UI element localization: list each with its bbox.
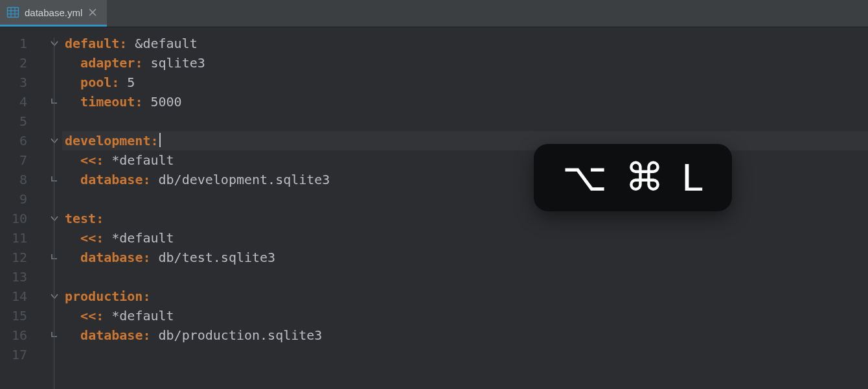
line-number: 1 — [0, 34, 34, 53]
keyboard-shortcut-overlay: ⌥ ⌘ L — [534, 144, 732, 211]
tab-database-yml[interactable]: database.yml — [0, 0, 107, 27]
fold-open-icon[interactable] — [51, 40, 58, 47]
code-line[interactable]: production: — [62, 287, 868, 306]
code-line[interactable]: database: db/development.sqlite3 — [62, 170, 868, 189]
yaml-value: &default — [127, 36, 197, 51]
fold-row — [34, 170, 62, 189]
code-line[interactable]: <<: *default — [62, 150, 868, 170]
line-number: 15 — [0, 306, 34, 325]
yaml-value: db/production.sqlite3 — [150, 327, 322, 343]
fold-row — [34, 228, 62, 248]
fold-open-icon[interactable] — [51, 215, 58, 222]
line-number: 13 — [0, 267, 34, 287]
code-line[interactable]: database: db/test.sqlite3 — [62, 248, 868, 267]
code-line[interactable]: <<: *default — [62, 228, 868, 248]
option-key-icon: ⌥ — [562, 158, 607, 197]
fold-row — [34, 345, 62, 364]
code-line[interactable] — [62, 267, 868, 287]
code-line[interactable]: <<: *default — [62, 306, 868, 325]
line-number: 3 — [0, 73, 34, 92]
yaml-key: database: — [80, 172, 150, 187]
fold-end-icon — [51, 331, 58, 339]
code-line[interactable]: database: db/production.sqlite3 — [62, 325, 868, 345]
fold-row — [34, 306, 62, 325]
fold-row — [34, 150, 62, 170]
command-key-icon: ⌘ — [625, 158, 664, 197]
line-number: 11 — [0, 228, 34, 248]
fold-end-icon — [51, 253, 58, 261]
fold-open-icon[interactable] — [51, 137, 58, 145]
fold-row — [34, 34, 62, 53]
letter-key-L: L — [682, 158, 703, 197]
fold-row — [34, 131, 62, 150]
fold-end-icon — [51, 176, 58, 183]
code-line[interactable] — [62, 345, 868, 364]
close-icon[interactable] — [87, 7, 98, 18]
yaml-value: *default — [104, 308, 174, 324]
code-line[interactable]: development: — [62, 131, 868, 150]
code-area[interactable]: default: &default adapter: sqlite3 pool:… — [62, 27, 868, 389]
yaml-value: 5 — [119, 75, 135, 90]
table-icon — [6, 6, 19, 19]
yaml-key: test: — [65, 211, 104, 226]
fold-open-icon[interactable] — [51, 292, 58, 300]
yaml-key: <<: — [80, 230, 104, 246]
line-number: 17 — [0, 345, 34, 364]
fold-row — [34, 92, 62, 112]
yaml-key: <<: — [80, 152, 104, 168]
yaml-value: *default — [104, 152, 174, 168]
yaml-key: timeout: — [80, 94, 143, 110]
yaml-key: default: — [65, 36, 127, 51]
line-number: 9 — [0, 189, 34, 209]
fold-row — [34, 267, 62, 287]
yaml-key: database: — [80, 327, 150, 343]
line-number: 10 — [0, 209, 34, 228]
fold-gutter — [34, 27, 62, 389]
fold-row — [34, 112, 62, 131]
text-caret — [159, 133, 161, 147]
yaml-key: adapter: — [80, 55, 143, 71]
code-line[interactable] — [62, 112, 868, 131]
fold-row — [34, 248, 62, 267]
line-number: 5 — [0, 112, 34, 131]
yaml-value: sqlite3 — [143, 55, 205, 71]
svg-rect-0 — [8, 8, 19, 18]
yaml-key: production: — [65, 289, 150, 304]
yaml-key: development: — [65, 133, 159, 148]
line-number: 16 — [0, 325, 34, 345]
fold-end-icon — [51, 98, 58, 106]
code-line[interactable]: test: — [62, 209, 868, 228]
code-line[interactable]: default: &default — [62, 34, 868, 53]
line-number-gutter: 1234567891011121314151617 — [0, 27, 34, 389]
tab-bar: database.yml — [0, 0, 868, 27]
fold-row — [34, 189, 62, 209]
line-number: 14 — [0, 287, 34, 306]
fold-row — [34, 73, 62, 92]
yaml-value: db/test.sqlite3 — [150, 250, 275, 265]
yaml-key: pool: — [80, 75, 119, 90]
line-number: 8 — [0, 170, 34, 189]
fold-row — [34, 209, 62, 228]
code-line[interactable] — [62, 189, 868, 209]
yaml-key: database: — [80, 250, 150, 265]
yaml-value: db/development.sqlite3 — [150, 172, 330, 187]
code-line[interactable]: pool: 5 — [62, 73, 868, 92]
line-number: 2 — [0, 53, 34, 73]
fold-row — [34, 53, 62, 73]
yaml-key: <<: — [80, 308, 104, 324]
code-line[interactable]: adapter: sqlite3 — [62, 53, 868, 73]
line-number: 12 — [0, 248, 34, 267]
fold-guide-line — [54, 38, 54, 389]
line-number: 7 — [0, 150, 34, 170]
yaml-value: *default — [104, 230, 174, 246]
line-number: 4 — [0, 92, 34, 112]
line-number: 6 — [0, 131, 34, 150]
code-line[interactable]: timeout: 5000 — [62, 92, 868, 112]
tab-label: database.yml — [25, 7, 82, 18]
code-editor[interactable]: 1234567891011121314151617 default: &defa… — [0, 27, 868, 389]
fold-row — [34, 325, 62, 345]
yaml-value: 5000 — [143, 94, 181, 110]
fold-row — [34, 287, 62, 306]
